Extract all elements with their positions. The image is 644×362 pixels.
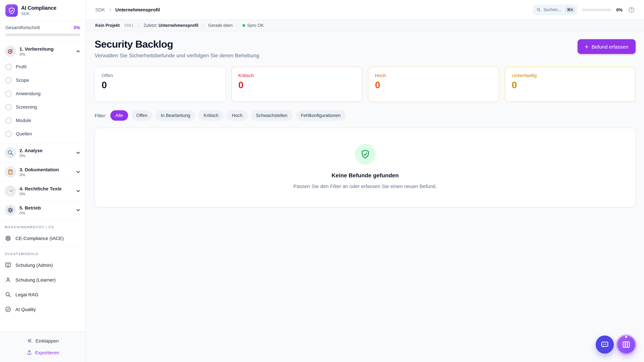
phase-children: Profil Scope Anwendung Screening Module [4,60,82,142]
search-box[interactable]: ⌘K [533,4,578,15]
sidebar-phase-betrieb[interactable]: 5. Betrieb 0% [4,201,82,219]
divider [0,181,86,182]
sidebar-item-scope[interactable]: Scope [5,73,82,87]
project-status: Kein Projekt [95,23,120,28]
divider [0,143,86,143]
gear-icon [5,204,16,216]
overall-progress-bar [5,33,80,36]
app-logo-shield-icon [5,4,18,17]
radio-circle-icon [5,77,12,83]
sidebar-header: AI Compliance SDK [0,0,86,21]
breadcrumb-sdk[interactable]: SDK [95,7,105,12]
sidebar-item-profil[interactable]: Profil [5,60,82,73]
app-subtitle: SDK [21,11,56,16]
top-header: SDK Unternehmensprofil ⌘K 0% [86,0,644,20]
filter-chip-kritisch[interactable]: Kritisch [198,110,224,121]
help-icon[interactable] [627,5,636,14]
chevron-down-icon [76,150,81,156]
stat-card-hoch: Hoch 0 [368,67,499,102]
phase-progress: 0% [20,52,72,56]
phase-progress: 0% [20,192,72,196]
keyboard-shortcut-badge: ⌘K [565,6,575,13]
filter-chip-offen[interactable]: Offen [131,110,152,121]
sidebar-phase-vorbereitung[interactable]: 1. Vorbereitung 0% [4,42,82,60]
sidebar-phase-analyse[interactable]: 2. Analyse 0% [4,144,82,162]
section-header-maschinenrecht: MASCHINENRECHT / CE [5,225,81,229]
version-badge: V001 [124,23,134,28]
sidebar-item-quellen[interactable]: Quellen [5,127,82,140]
filter-chip-alle[interactable]: Alle [110,110,128,121]
overall-progress-label: Gesamtfortschritt [5,25,40,30]
befund-erfassen-button[interactable]: + Befund erfassen [578,39,636,54]
columns-icon [622,340,630,349]
memo-icon [5,185,16,197]
filter-chip-in-bearbeitung[interactable]: In Bearbeitung [156,110,196,121]
sidebar-item-ai-quality[interactable]: AI Quality [4,302,82,317]
sidebar-phase-rechtliche-texte[interactable]: 4. Rechtliche Texte 0% [4,182,82,200]
filter-chip-fehlkonfigurationen[interactable]: Fehlkonfigurationen [296,110,346,121]
chevron-down-icon [76,188,81,194]
breadcrumb: SDK Unternehmensprofil [95,7,160,12]
cpu-icon [5,235,12,242]
empty-state-message: Passen Sie den Filter an oder erfassen S… [293,183,437,189]
sidebar-footer: Einklappen Exportieren [0,332,86,362]
empty-state-panel: Keine Befunde gefunden Passen Sie den Fi… [94,128,636,207]
sidebar-item-screening[interactable]: Screening [5,100,82,114]
page-content: Security Backlog Verwalten Sie Sicherhei… [86,31,644,362]
collapse-sidebar-button[interactable]: Einklappen [24,335,62,346]
chevron-down-icon [76,207,81,213]
chevron-up-icon [76,49,81,54]
check-circle-icon [5,306,12,313]
header-progress-value: 0% [616,7,622,12]
user-icon [5,277,12,283]
sidebar-item-schulung-admin[interactable]: Schulung (Admin) [4,258,82,273]
sidebar-nav: 1. Vorbereitung 0% Profil Scope [0,41,86,332]
upload-icon [26,350,32,355]
stat-card-offen: Offen 0 [94,67,226,102]
notification-dot-icon [625,336,627,338]
sync-ok-dot-icon [242,24,245,27]
sidebar-item-ce-compliance[interactable]: CE-Compliance (IACE) [4,231,82,246]
divider [0,220,86,220]
divider [0,200,86,201]
last-saved-time: Gerade eben [208,23,232,28]
last-saved: Zuletzt: Unternehmensprofil [144,23,198,28]
floating-buttons [596,335,636,354]
export-button[interactable]: Exportieren [23,347,62,358]
phase-label: 3. Dokumentation [20,167,72,172]
search-input[interactable] [544,7,563,12]
page-title: Security Backlog [94,38,259,50]
filter-chip-schwachstellen[interactable]: Schwachstellen [251,110,292,121]
divider [0,162,86,163]
filter-label: Filter: [94,113,106,118]
phase-label: 1. Vorbereitung [20,46,72,51]
phase-label: 5. Betrieb [20,205,72,210]
sidebar-phase-dokumentation[interactable]: 3. Dokumentation 0% [4,163,82,181]
phase-progress: 0% [20,172,72,177]
radio-circle-icon [5,117,12,123]
overall-progress-value: 0% [74,25,80,30]
header-progress-bar [582,8,612,11]
phase-progress: 0% [20,211,72,215]
overall-progress-section: Gesamtfortschritt 0% [0,21,86,41]
shield-check-icon [355,144,376,165]
breadcrumb-current: Unternehmensprofil [116,7,160,12]
radio-circle-icon [5,131,12,137]
sidebar-item-legal-rag[interactable]: Legal RAG [4,287,82,302]
chat-bubble-icon [600,340,609,349]
phase-progress: 0% [20,153,72,158]
sidebar-item-module[interactable]: Module [5,114,82,127]
stat-cards: Offen 0 Kritisch 0 Hoch 0 Ueberfaellig 0 [94,67,636,102]
walkthrough-button[interactable] [617,335,636,354]
filter-chip-hoch[interactable]: Hoch [227,110,248,121]
app-title: AI Compliance [21,5,56,11]
chevron-right-icon [108,7,113,12]
sidebar-item-schulung-learner[interactable]: Schulung (Learner) [4,273,82,287]
divider [0,246,86,247]
chat-button[interactable] [596,336,614,354]
plus-icon: + [585,43,588,50]
clipboard-icon [5,166,16,178]
radio-circle-icon [5,90,12,97]
sidebar-item-anwendung[interactable]: Anwendung [5,87,82,100]
section-header-zusatzmodule: ZUSATZMODULE [5,252,81,256]
